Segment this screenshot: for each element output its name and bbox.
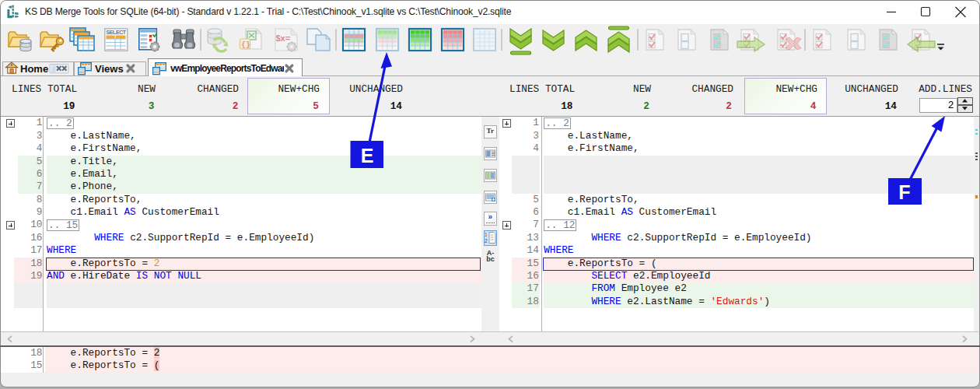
svg-text:F: F xyxy=(898,181,910,203)
svg-text:E: E xyxy=(361,145,374,166)
